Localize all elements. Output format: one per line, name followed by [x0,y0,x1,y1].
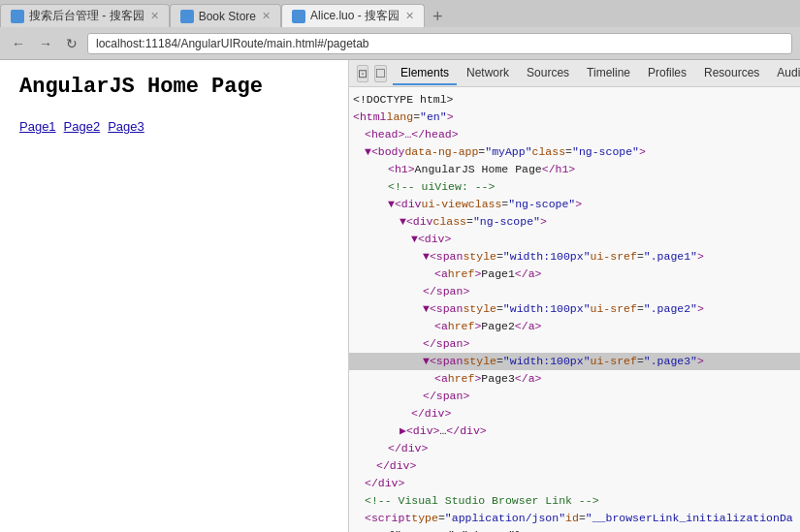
new-tab-button[interactable]: + [425,6,451,27]
html-line[interactable]: </div> [349,475,800,492]
inspect-icon[interactable]: ⊡ [357,65,368,82]
html-line[interactable]: ▼<span style="width:100px" ui-sref=".pag… [349,300,800,318]
html-line[interactable]: <a href>Page3</a> [349,370,800,388]
html-line[interactable]: <a href>Page1</a> [349,266,800,283]
tab-audits[interactable]: Audi... [769,62,800,85]
page-link-2[interactable]: Page2 [64,119,101,134]
back-button[interactable]: ← [8,34,29,53]
tab-close-3[interactable]: ✕ [405,10,414,22]
tab-close-1[interactable]: ✕ [150,10,159,22]
html-line[interactable]: <a href>Page2</a> [349,318,800,335]
mobile-icon[interactable]: ☐ [374,65,387,82]
html-line[interactable]: ▼<span style="width:100px" ui-sref=".pag… [349,353,800,370]
tab-network[interactable]: Network [459,62,517,85]
html-line[interactable]: ▼<span style="width:100px" ui-sref=".pag… [349,248,800,266]
tab-1[interactable]: 搜索后台管理 - 搜客园 ✕ [0,4,170,27]
address-input[interactable] [87,33,792,54]
devtools-html-content: <!DOCTYPE html><html lang="en"><head>…</… [349,87,800,532]
html-line[interactable]: ▼<div> [349,231,800,248]
devtools-pane: ⊡ ☐ Elements Network Sources Timeline Pr… [349,60,800,532]
forward-button[interactable]: → [35,34,56,53]
tab-close-2[interactable]: ✕ [262,10,271,22]
tab-resources[interactable]: Resources [696,62,767,85]
page-link-1[interactable]: Page1 [19,119,56,134]
tab-3[interactable]: Alice.luo - 搜客园 ✕ [281,4,425,27]
html-line[interactable]: <!DOCTYPE html> [349,91,800,109]
html-line[interactable]: <script type="application/json" id="__br… [349,510,800,527]
browser-content: AngularJS Home Page Page1 Page2 Page3 ⊡ … [0,60,800,532]
address-bar: ← → ↻ [0,27,800,60]
refresh-button[interactable]: ↻ [62,34,81,53]
html-line[interactable]: <!-- uiView: --> [349,178,800,196]
devtools-toolbar: ⊡ ☐ Elements Network Sources Timeline Pr… [349,60,800,87]
tab-favicon-3 [292,10,305,23]
page-links: Page1 Page2 Page3 [19,119,329,134]
html-line[interactable]: <html lang="en"> [349,109,800,126]
tab-label-3: Alice.luo - 搜客园 [310,8,400,24]
html-line[interactable]: ▼<div ui-view class="ng-scope"> [349,196,800,213]
html-line[interactable]: </span> [349,283,800,300]
tab-label-1: 搜索后台管理 - 搜客园 [29,8,144,24]
page-link-3[interactable]: Page3 [108,119,144,134]
tab-timeline[interactable]: Timeline [579,62,638,85]
html-line[interactable]: </div> [349,405,800,422]
html-line[interactable]: <h1>AngularJS Home Page</h1> [349,161,800,178]
tab-elements[interactable]: Elements [393,62,457,85]
tab-profiles[interactable]: Profiles [640,62,694,85]
browser-window: 搜索后台管理 - 搜客园 ✕ Book Store ✕ Alice.luo - … [0,0,800,532]
html-line[interactable]: ▼<body data-ng-app="myApp" class="ng-sco… [349,143,800,161]
tab-label-2: Book Store [199,10,256,23]
tab-bar: 搜索后台管理 - 搜客园 ✕ Book Store ✕ Alice.luo - … [0,0,800,27]
html-line[interactable]: {"appName":"Chrome"} [349,527,800,532]
html-line[interactable]: <head>…</head> [349,126,800,143]
page-title: AngularJS Home Page [19,75,329,100]
html-line[interactable]: ▼<div class="ng-scope"> [349,213,800,231]
tab-sources[interactable]: Sources [519,62,577,85]
tab-2[interactable]: Book Store ✕ [170,4,281,27]
html-line[interactable]: </div> [349,440,800,457]
html-line[interactable]: <!-- Visual Studio Browser Link --> [349,492,800,510]
html-line[interactable]: </span> [349,335,800,353]
html-line[interactable]: </div> [349,457,800,475]
html-line[interactable]: ▶<div>…</div> [349,422,800,440]
tab-favicon-2 [180,10,194,23]
tab-favicon-1 [11,10,24,23]
html-line[interactable]: </span> [349,388,800,405]
webpage-pane: AngularJS Home Page Page1 Page2 Page3 [0,60,349,532]
